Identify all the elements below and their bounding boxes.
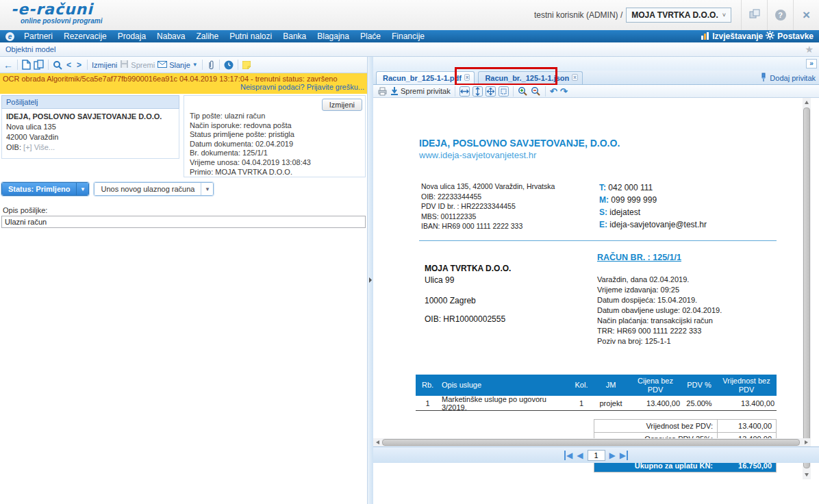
save-attachment-button[interactable]: Spremi privitak: [390, 86, 451, 97]
invoice-buyer-block: MOJA TVRTKA D.O.O. Ulica 99 10000 Zagreb…: [425, 264, 511, 324]
collapse-handle-icon[interactable]: [369, 277, 372, 283]
scroll-left-icon[interactable]: [376, 440, 379, 444]
send-button[interactable]: Slanje ▼: [158, 61, 198, 69]
scroll-up-icon[interactable]: [805, 101, 809, 104]
chevron-down-icon[interactable]: ▼: [201, 183, 213, 195]
windows-button[interactable]: [741, 0, 767, 30]
next-record-button[interactable]: >: [75, 60, 83, 70]
invoice-payment-line: Poziv na broj: 125-1-1: [597, 336, 713, 346]
invoice-payment-line: TRR: HR69 000 1111 2222 333: [597, 326, 713, 336]
menu-item-nabava[interactable]: Nabava: [151, 32, 190, 41]
windows-icon: [749, 9, 760, 21]
menu-item-rezervacije[interactable]: Rezervacije: [58, 32, 112, 41]
cell-kol: 1: [570, 399, 593, 408]
col-kol: Kol.: [570, 380, 593, 390]
toolbar-separator: [545, 86, 546, 97]
chevron-down-icon: ˅: [722, 12, 726, 18]
menu-item-place[interactable]: Plaće: [355, 32, 386, 41]
new-entry-button[interactable]: Unos novog ulaznog računa ▼: [94, 182, 214, 196]
fit-height-button[interactable]: [473, 86, 483, 97]
report-error-link[interactable]: Neispravni podaci? Prijavite grešku...: [3, 83, 364, 91]
menu-item-financije[interactable]: Financije: [386, 32, 430, 41]
sender-section-title: Pošiljatelj: [1, 95, 179, 109]
scroll-right-icon[interactable]: [805, 440, 808, 444]
menu-item-putni-nalozi[interactable]: Putni nalozi: [224, 32, 277, 41]
menu-item-blagajna[interactable]: Blagajna: [312, 32, 355, 41]
edit-details-button[interactable]: Izmijeni: [322, 99, 362, 111]
pin-icon: [760, 73, 767, 84]
pdf-page: IDEJA, POSLOVNO SAVJETOVANJE, D.O.O. www…: [373, 98, 811, 479]
menu-item-zalihe[interactable]: Zalihe: [190, 32, 224, 41]
edit-button[interactable]: Izmijeni: [92, 61, 117, 69]
horizontal-scrollbar[interactable]: [373, 438, 811, 446]
cell-jm: projekt: [593, 399, 629, 408]
detail-mail-status: Status primljene pošte: pristigla: [190, 130, 365, 140]
page-number-input[interactable]: [588, 450, 605, 461]
reporting-menu[interactable]: Izvještavanje: [701, 32, 763, 42]
chevron-down-icon[interactable]: ▼: [76, 183, 88, 195]
fit-width-button[interactable]: [459, 86, 470, 97]
panel-splitter[interactable]: [367, 57, 373, 504]
print-button[interactable]: [377, 87, 388, 96]
settings-menu[interactable]: Postavke: [766, 31, 814, 42]
fit-page-button[interactable]: [486, 86, 496, 97]
company-selector[interactable]: MOJA TVRTKA D.O.O. ˅: [626, 8, 731, 23]
invoice-address-line: IBAN: HR69 000 1111 2222 333: [421, 221, 555, 231]
add-attachment-button[interactable]: Dodaj privitak: [760, 73, 816, 84]
next-page-button[interactable]: ▶: [609, 451, 616, 460]
chevron-down-icon: ▼: [192, 62, 198, 68]
sender-oib-label: OIB:: [6, 143, 21, 151]
logo-title: -e-računi: [11, 2, 102, 17]
history-button[interactable]: [224, 60, 234, 70]
download-icon: [390, 86, 399, 97]
close-icon: ×: [803, 10, 810, 21]
search-button[interactable]: [53, 60, 62, 70]
shipment-description-input[interactable]: [1, 216, 366, 228]
previous-record-button[interactable]: <: [65, 60, 73, 70]
cell-rb: 1: [416, 399, 440, 408]
help-icon: ?: [775, 10, 786, 21]
contact-label: S:: [599, 207, 607, 217]
first-page-button[interactable]: ◀: [564, 451, 572, 460]
horizontal-scroll-thumb[interactable]: [382, 439, 800, 446]
show-more-link[interactable]: [+] Više...: [23, 143, 55, 151]
vertical-scroll-thumb[interactable]: [803, 108, 810, 468]
buyer-name: MOJA TVRTKA D.O.O.: [425, 264, 511, 273]
previous-page-button[interactable]: ◀: [577, 451, 583, 460]
tab-pdf-label: Racun_br_125-1-1.pdf: [383, 74, 462, 82]
menu-item-partneri[interactable]: Partneri: [18, 32, 58, 41]
invoice-contact-block: T: 042 000 111 M: 099 999 999 S: idejate…: [599, 181, 707, 231]
vertical-scrollbar[interactable]: [803, 98, 811, 479]
send-label: Slanje: [169, 61, 190, 69]
close-button[interactable]: ×: [793, 0, 819, 30]
zoom-in-button[interactable]: [518, 86, 528, 97]
ocr-status-text: OCR obrada Algoritmik/5ca5e7af77fb990001…: [3, 75, 364, 83]
note-button[interactable]: [242, 61, 251, 69]
save-button[interactable]: Spremi: [120, 60, 155, 70]
sender-section: Pošiljatelj IDEJA, POSLOVNO SAVJETOVANJE…: [1, 95, 179, 159]
attachment-button[interactable]: [207, 60, 215, 70]
close-tab-icon[interactable]: x: [572, 74, 577, 81]
zoom-out-button[interactable]: [531, 86, 541, 97]
user-label: testni korisnik (ADMIN) /: [534, 10, 622, 20]
attachment-tabs: Racun_br_125-1-1.pdf x Racun_br._125-1-1…: [373, 71, 819, 85]
menu-item-prodaja[interactable]: Prodaja: [112, 32, 151, 41]
toolbar-separator: [219, 60, 220, 70]
col-cijena: Cijena bez PDV: [629, 376, 682, 394]
copy-document-button[interactable]: [34, 60, 44, 70]
invoice-address-line: OIB: 22233344455: [421, 192, 555, 202]
cell-vrijednost: 13.400,00: [716, 399, 777, 408]
status-button[interactable]: Status: Primljeno ▼: [1, 182, 89, 196]
last-page-button[interactable]: ▶: [620, 451, 628, 460]
back-button[interactable]: ←: [3, 60, 13, 70]
favorite-star-icon[interactable]: ★: [805, 44, 814, 55]
scroll-down-icon[interactable]: [805, 473, 809, 477]
rotate-right-button[interactable]: ↷: [560, 87, 568, 96]
expand-panel-button[interactable]: »: [806, 59, 817, 68]
new-document-button[interactable]: [22, 60, 31, 70]
help-button[interactable]: ?: [767, 0, 793, 30]
menu-item-banka[interactable]: Banka: [277, 32, 312, 41]
rotate-left-button[interactable]: ↶: [550, 87, 557, 96]
actual-size-button[interactable]: [499, 86, 509, 97]
home-icon[interactable]: e: [5, 32, 14, 41]
